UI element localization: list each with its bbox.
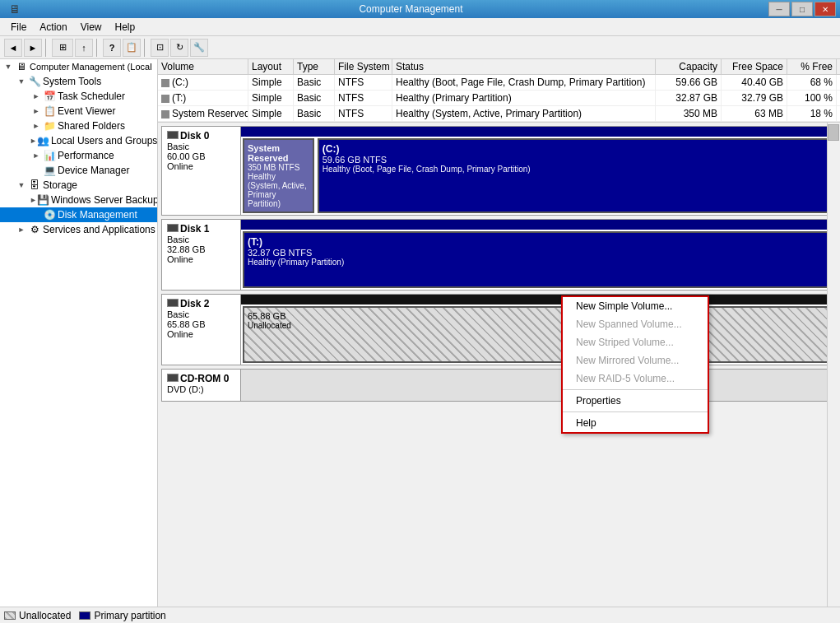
ctx-new-simple[interactable]: New Simple Volume...	[563, 297, 708, 315]
task-scheduler-expander[interactable]: ►	[30, 90, 43, 103]
properties-button[interactable]: ⊡	[151, 39, 169, 57]
ctx-separator-1	[563, 389, 708, 390]
ctx-new-striped: New Striped Volume...	[563, 333, 708, 351]
scrollbar-thumb[interactable]	[828, 124, 839, 141]
windows-backup-label: Windows Server Backup	[51, 194, 158, 206]
main-layout: ▼ 🖥 Computer Management (Local ▼ 🔧 Syste…	[0, 59, 840, 607]
tree-item-services-apps[interactable]: ► ⚙ Services and Applications	[0, 222, 157, 237]
disk-management-icon: 💿	[43, 208, 56, 221]
forward-button[interactable]: ►	[24, 39, 42, 57]
task-scheduler-icon: 📅	[43, 90, 56, 103]
tree-item-storage[interactable]: ▼ 🗄 Storage	[0, 178, 157, 193]
td-fs-sysres: NTFS	[335, 106, 392, 121]
legend-primary: Primary partition	[79, 610, 165, 621]
disk2-unalloc-partition[interactable]: 65.88 GB Unallocated	[243, 306, 834, 363]
td-layout-sysres: Simple	[248, 106, 294, 121]
tree-item-shared-folders[interactable]: ► 📁 Shared Folders	[0, 119, 157, 133]
mmc-button[interactable]: 🔧	[190, 39, 208, 57]
vertical-scrollbar[interactable]	[827, 123, 840, 607]
tree-item-local-users[interactable]: ► 👥 Local Users and Groups	[0, 133, 157, 148]
menu-help[interactable]: Help	[109, 20, 142, 35]
disk1-type: Basic	[167, 235, 235, 244]
table-row[interactable]: (C:) Simple Basic NTFS Healthy (Boot, Pa…	[158, 75, 840, 91]
tree-item-disk-management[interactable]: 💿 Disk Management	[0, 207, 157, 222]
local-users-label: Local Users and Groups	[51, 135, 157, 146]
ctx-properties[interactable]: Properties	[563, 392, 708, 410]
device-manager-label: Device Manager	[58, 165, 129, 176]
tree-item-system-tools[interactable]: ▼ 🔧 System Tools	[0, 74, 157, 89]
menu-file[interactable]: File	[4, 20, 33, 35]
root-expander[interactable]: ▼	[2, 60, 15, 73]
disk0-sysres-partition[interactable]: System Reserved 350 MB NTFS Healthy (Sys…	[243, 138, 314, 213]
back-button[interactable]: ◄	[4, 39, 22, 57]
disk2-unalloc-size: 65.88 GB	[248, 311, 829, 321]
table-row[interactable]: (T:) Simple Basic NTFS Healthy (Primary …	[158, 91, 840, 106]
td-free-sysres: 63 MB	[722, 106, 787, 121]
legend-unallocated: Unallocated	[4, 610, 71, 621]
tree-item-event-viewer[interactable]: ► 📋 Event Viewer	[0, 104, 157, 119]
help-button[interactable]: ?	[103, 39, 121, 57]
refresh-button[interactable]: ↻	[170, 39, 188, 57]
th-capacity[interactable]: Capacity	[656, 59, 722, 74]
menu-bar: File Action View Help	[0, 18, 840, 36]
storage-expander[interactable]: ▼	[15, 179, 28, 192]
td-fs-c: NTFS	[335, 75, 392, 90]
event-viewer-icon: 📋	[43, 105, 56, 118]
disk2-size: 65.88 GB	[167, 319, 235, 329]
disk1-t-partition[interactable]: (T:) 32.87 GB NTFS Healthy (Primary Part…	[243, 231, 834, 288]
th-filesystem[interactable]: File System	[335, 59, 392, 74]
restore-button[interactable]: □	[791, 2, 813, 16]
ctx-help[interactable]: Help	[563, 414, 708, 432]
disk0-status: Online	[167, 161, 235, 171]
th-status[interactable]: Status	[392, 59, 656, 74]
tree-item-device-manager[interactable]: 💻 Device Manager	[0, 163, 157, 178]
status-bar: Unallocated Primary partition	[0, 607, 840, 623]
system-tools-expander[interactable]: ▼	[15, 75, 28, 88]
show-hide-tree-button[interactable]: ⊞	[52, 39, 73, 57]
local-users-expander[interactable]: ►	[30, 134, 37, 147]
tree-item-windows-backup[interactable]: ► 💾 Windows Server Backup	[0, 193, 157, 207]
disk0-c-partition[interactable]: (C:) 59.66 GB NTFS Healthy (Boot, Page F…	[318, 138, 834, 213]
windows-backup-expander[interactable]: ►	[30, 193, 37, 207]
menu-view[interactable]: View	[74, 20, 109, 35]
toolbar: ◄ ► ⊞ ↑ ? 📋 ⊡ ↻ 🔧	[0, 36, 840, 59]
disk2-bar	[241, 295, 836, 305]
disk0-sysres-name: System Reserved	[248, 143, 309, 163]
table-row[interactable]: System Reserved Simple Basic NTFS Health…	[158, 106, 840, 122]
up-button[interactable]: ↑	[75, 39, 93, 57]
export-button[interactable]: 📋	[123, 39, 141, 57]
context-menu: New Simple Volume... New Spanned Volume.…	[561, 295, 709, 434]
title-bar: 🖥 Computer Management ─ □ ✕	[0, 0, 840, 18]
close-button[interactable]: ✕	[814, 2, 836, 16]
volume-table: Volume Layout Type File System Status Ca…	[158, 59, 840, 123]
th-layout[interactable]: Layout	[248, 59, 294, 74]
tree-root[interactable]: ▼ 🖥 Computer Management (Local	[0, 59, 157, 74]
services-apps-expander[interactable]: ►	[15, 223, 28, 236]
tree-item-task-scheduler[interactable]: ► 📅 Task Scheduler	[0, 89, 157, 104]
table-header: Volume Layout Type File System Status Ca…	[158, 59, 840, 75]
disk1-name: Disk 1	[167, 223, 235, 235]
td-capacity-c: 59.66 GB	[656, 75, 722, 90]
primary-legend-box	[79, 611, 90, 620]
disk0-name: Disk 0	[167, 130, 235, 142]
event-viewer-label: Event Viewer	[58, 105, 115, 117]
tree-item-performance[interactable]: ► 📊 Performance	[0, 148, 157, 163]
disk-area: Disk 0 Basic 60.00 GB Online System Rese…	[158, 123, 840, 607]
toolbar-separator-2	[96, 39, 100, 57]
ctx-new-spanned: New Spanned Volume...	[563, 315, 708, 333]
performance-expander[interactable]: ►	[30, 149, 43, 162]
disk2-unalloc-label: Unallocated	[248, 321, 829, 330]
th-freespace[interactable]: Free Space	[722, 59, 787, 74]
system-tools-icon: 🔧	[28, 75, 41, 88]
td-status-t: Healthy (Primary Partition)	[392, 91, 656, 105]
th-pctfree[interactable]: % Free	[787, 59, 837, 74]
th-volume[interactable]: Volume	[158, 59, 248, 74]
minimize-button[interactable]: ─	[768, 2, 790, 16]
event-viewer-expander[interactable]: ►	[30, 105, 43, 118]
shared-folders-expander[interactable]: ►	[30, 119, 43, 133]
ctx-new-raid5: New RAID-5 Volume...	[563, 370, 708, 388]
menu-action[interactable]: Action	[33, 20, 73, 35]
right-panel: Volume Layout Type File System Status Ca…	[158, 59, 840, 607]
th-type[interactable]: Type	[294, 59, 335, 74]
td-pct-c: 68 %	[787, 75, 837, 90]
